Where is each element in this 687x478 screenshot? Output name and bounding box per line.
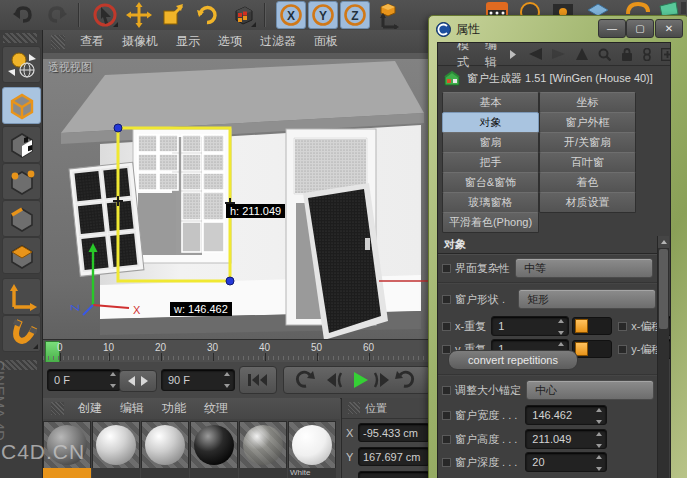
material-name[interactable] — [43, 468, 91, 478]
keyframe-dot[interactable] — [442, 322, 451, 331]
z-axis-lock-icon[interactable]: Z — [340, 1, 370, 29]
tab-phong[interactable]: 平滑着色(Phong) — [442, 212, 539, 233]
keyframe-dot[interactable] — [442, 458, 451, 467]
menu-panel[interactable]: 面板 — [305, 33, 347, 50]
keyframe-dot[interactable] — [442, 295, 451, 304]
anchor-dropdown[interactable]: 中心 — [526, 380, 654, 400]
material-thumbnail[interactable] — [190, 421, 238, 469]
menu-function[interactable]: 功能 — [153, 400, 195, 417]
section-header-object[interactable]: 对象 — [438, 236, 666, 254]
material-name[interactable] — [239, 468, 287, 478]
material-name[interactable] — [190, 468, 238, 478]
current-frame-field[interactable]: 0 F — [47, 369, 121, 391]
object-header[interactable]: 窗户生成器 1.51 [WinGen (House 40)] — [438, 66, 670, 90]
scale-tool-icon[interactable] — [158, 1, 188, 29]
tab-open-close-sash[interactable]: 开/关窗扇 — [539, 132, 636, 153]
polygon-mode-icon[interactable] — [2, 237, 41, 274]
tab-sash[interactable]: 窗扇 — [442, 132, 539, 153]
redo-icon[interactable] — [42, 1, 72, 29]
panel-scrollbar[interactable] — [657, 236, 669, 478]
tab-handle[interactable]: 把手 — [442, 152, 539, 173]
complexity-dropdown[interactable]: 中等 — [515, 258, 653, 278]
timeline-ruler[interactable]: 0 10 20 30 40 50 60 — [43, 339, 428, 364]
frame-spinner[interactable] — [222, 372, 232, 388]
sidebar-grip[interactable] — [3, 33, 37, 43]
menubar-grip[interactable] — [51, 402, 64, 415]
window-depth-field[interactable]: 20 — [525, 452, 607, 472]
maximize-button[interactable]: ▢ — [626, 19, 654, 38]
menu-edit[interactable]: 编辑 — [111, 400, 153, 417]
scroll-up-arrow[interactable] — [658, 236, 669, 248]
menu-options[interactable]: 选项 — [209, 33, 251, 50]
playback-icons[interactable] — [288, 370, 426, 390]
tab-material-settings[interactable]: 材质设置 — [539, 192, 636, 213]
material-name[interactable] — [141, 468, 189, 478]
keyframe-dot[interactable] — [442, 435, 451, 444]
material-thumbnail[interactable] — [288, 421, 336, 469]
material-name[interactable] — [92, 468, 140, 478]
history-back-icon[interactable] — [526, 48, 542, 60]
tab-coordinates[interactable]: 坐标 — [539, 92, 636, 113]
point-mode-icon[interactable] — [2, 163, 41, 200]
view-label[interactable]: 透视视图 — [48, 60, 92, 75]
menu-create[interactable]: 创建 — [69, 400, 111, 417]
model-mode-icon[interactable] — [2, 87, 41, 124]
y-repeat-slider[interactable] — [572, 340, 612, 358]
convert-repetitions-button[interactable]: convert repetitions — [448, 350, 578, 370]
material-thumbnail[interactable] — [141, 421, 189, 469]
menu-display[interactable]: 显示 — [167, 33, 209, 50]
search-icon[interactable] — [598, 48, 611, 61]
submenu-arrow-icon[interactable] — [510, 50, 516, 59]
material-thumbnail[interactable] — [43, 421, 91, 469]
tab-shading[interactable]: 着色 — [539, 172, 636, 193]
parent-up-icon[interactable] — [576, 48, 588, 60]
menu-texture[interactable]: 纹理 — [195, 400, 237, 417]
keyframe-dot[interactable] — [618, 322, 627, 331]
end-frame-field[interactable]: 90 F — [161, 369, 235, 391]
keyframe-dot[interactable] — [442, 411, 451, 420]
scrollbar-thumb[interactable] — [659, 249, 668, 329]
rotate-tool-icon[interactable] — [192, 1, 222, 29]
menubar-grip[interactable] — [51, 35, 65, 49]
frame-spinner[interactable] — [108, 372, 118, 388]
frame-step-buttons[interactable] — [119, 370, 157, 392]
history-list-icon[interactable] — [643, 48, 651, 61]
window-height-field[interactable]: 211.049 — [525, 429, 607, 449]
x-repeat-slider[interactable] — [572, 317, 612, 335]
snap-magnet-icon[interactable] — [2, 315, 41, 352]
modeling-settings-icon[interactable] — [228, 1, 258, 29]
lock-icon[interactable] — [621, 48, 633, 61]
new-panel-icon[interactable] — [661, 48, 671, 61]
tab-blinds[interactable]: 百叶窗 — [539, 152, 636, 173]
tab-window-frame[interactable]: 窗户外框 — [539, 112, 636, 133]
goto-start-button[interactable] — [239, 366, 277, 394]
shape-dropdown[interactable]: 矩形 — [518, 289, 656, 309]
keyframe-dot[interactable] — [618, 345, 627, 354]
move-tool-icon[interactable] — [124, 1, 154, 29]
close-button[interactable]: ✕ — [655, 19, 683, 38]
keyframe-dot[interactable] — [442, 264, 451, 273]
window-width-field[interactable]: 146.462 — [525, 405, 607, 425]
y-position-field[interactable]: 167.697 cm — [358, 447, 429, 466]
history-forward-icon[interactable] — [552, 48, 566, 60]
x-axis-lock-icon[interactable]: X — [276, 1, 306, 29]
material-name[interactable]: White — [288, 468, 336, 478]
live-selection-icon[interactable] — [90, 1, 120, 29]
axis-mode-icon[interactable] — [2, 278, 41, 315]
panel-grip[interactable] — [348, 402, 360, 414]
tab-basic[interactable]: 基本 — [442, 92, 539, 113]
keyframe-dot[interactable] — [442, 386, 451, 395]
y-axis-lock-icon[interactable]: Y — [308, 1, 338, 29]
menu-filter[interactable]: 过滤器 — [251, 33, 305, 50]
material-thumbnail[interactable] — [92, 421, 140, 469]
window-titlebar[interactable]: 属性 — ▢ ✕ — [429, 16, 687, 42]
menu-camera[interactable]: 摄像机 — [113, 33, 167, 50]
tab-sill-trim[interactable]: 窗台&窗饰 — [442, 172, 539, 193]
tab-object[interactable]: 对象 — [442, 112, 539, 133]
tab-glass-panes[interactable]: 玻璃窗格 — [442, 192, 539, 213]
edge-mode-icon[interactable] — [2, 200, 41, 237]
texture-mode-icon[interactable] — [2, 126, 41, 163]
convert-icon[interactable] — [2, 46, 41, 83]
z-position-field[interactable] — [358, 471, 429, 478]
minimize-button[interactable]: — — [598, 19, 626, 38]
